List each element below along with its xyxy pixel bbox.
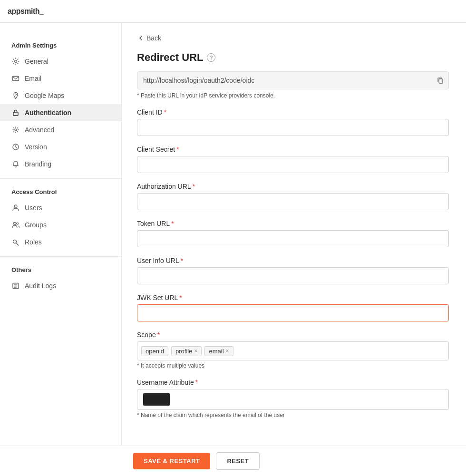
sidebar-item-advanced[interactable]: Advanced bbox=[0, 121, 121, 138]
copy-button[interactable] bbox=[437, 77, 444, 84]
username-attr-group: Username Attribute * * Name of the claim… bbox=[137, 379, 449, 418]
scope-container[interactable]: openid profile × email × bbox=[137, 341, 449, 360]
sidebar-item-roles[interactable]: Roles bbox=[0, 233, 121, 251]
sidebar-item-label: Branding bbox=[25, 160, 51, 168]
lock-icon bbox=[11, 108, 20, 117]
sidebar-item-label: Groups bbox=[25, 221, 47, 229]
client-secret-group: Client Secret * bbox=[137, 146, 449, 173]
main-content: Back Redirect URL ? * Paste this URL in … bbox=[122, 23, 466, 476]
scope-tag-label: profile bbox=[175, 348, 192, 355]
sidebar-item-branding[interactable]: Branding bbox=[0, 155, 121, 173]
authorization-url-input[interactable] bbox=[137, 193, 449, 210]
sidebar-divider-2 bbox=[0, 256, 121, 257]
page-title: Redirect URL ? bbox=[137, 51, 449, 64]
required-star: * bbox=[164, 108, 166, 116]
redirect-url-container bbox=[137, 71, 449, 89]
redirect-url-input[interactable] bbox=[137, 71, 449, 89]
token-url-input[interactable] bbox=[137, 230, 449, 247]
gear-icon bbox=[11, 57, 20, 66]
required-star: * bbox=[157, 331, 160, 339]
footer-bar: SAVE & RESTART RESET bbox=[0, 446, 466, 476]
help-icon[interactable]: ? bbox=[207, 53, 215, 62]
username-attr-hint: * Name of the claim which represents the… bbox=[137, 412, 449, 418]
person-icon bbox=[11, 204, 20, 212]
back-button[interactable]: Back bbox=[137, 34, 161, 42]
svg-point-6 bbox=[14, 205, 17, 208]
sidebar-item-label: Audit Logs bbox=[25, 282, 56, 290]
sidebar-item-general[interactable]: General bbox=[0, 53, 121, 70]
sidebar-item-authentication[interactable]: Authentication bbox=[0, 104, 121, 121]
required-star: * bbox=[193, 183, 195, 190]
sidebar-item-label: Advanced bbox=[25, 126, 54, 134]
jwk-set-url-group: JWK Set URL * bbox=[137, 294, 449, 321]
token-url-group: Token URL * bbox=[137, 220, 449, 247]
sidebar-item-label: Users bbox=[25, 204, 42, 212]
scope-tag-remove-profile[interactable]: × bbox=[194, 348, 197, 354]
svg-point-8 bbox=[17, 223, 19, 224]
scope-tag-email: email × bbox=[204, 346, 233, 356]
sidebar-item-label: Google Maps bbox=[25, 92, 64, 99]
scope-group: Scope * openid profile × email × bbox=[137, 331, 449, 369]
svg-point-2 bbox=[15, 94, 17, 95]
sidebar-item-google-maps[interactable]: Google Maps bbox=[0, 87, 121, 104]
sidebar-item-users[interactable]: Users bbox=[0, 199, 121, 216]
sidebar-divider-1 bbox=[0, 178, 121, 179]
authorization-url-group: Authorization URL * bbox=[137, 183, 449, 210]
topbar: appsmith_ bbox=[0, 0, 466, 23]
redirect-url-hint: * Paste this URL in your IdP service pro… bbox=[137, 92, 449, 99]
sidebar-item-groups[interactable]: Groups bbox=[0, 216, 121, 233]
user-info-url-label: User Info URL * bbox=[137, 257, 449, 264]
admin-settings-title: Admin Settings bbox=[0, 38, 121, 53]
authorization-url-label: Authorization URL * bbox=[137, 183, 449, 190]
app-logo: appsmith_ bbox=[8, 7, 44, 16]
jwk-set-url-input[interactable] bbox=[137, 304, 449, 321]
client-id-group: Client ID * bbox=[137, 108, 449, 136]
list-icon bbox=[11, 282, 20, 290]
scope-tag-openid: openid bbox=[141, 346, 168, 356]
required-star: * bbox=[179, 294, 182, 301]
token-url-label: Token URL * bbox=[137, 220, 449, 227]
sidebar-item-label: Roles bbox=[25, 238, 42, 246]
envelope-icon bbox=[11, 74, 20, 83]
required-star: * bbox=[181, 257, 183, 264]
key-icon bbox=[11, 238, 20, 246]
svg-rect-3 bbox=[13, 112, 18, 116]
svg-point-4 bbox=[15, 129, 17, 131]
sidebar: Admin Settings General Email Google Maps bbox=[0, 23, 122, 476]
people-icon bbox=[11, 221, 20, 229]
save-restart-button[interactable]: SAVE & RESTART bbox=[133, 453, 210, 469]
scope-hint: * It accepts multiple values bbox=[137, 362, 449, 369]
svg-point-0 bbox=[15, 60, 17, 63]
access-control-title: Access Control bbox=[0, 185, 121, 199]
svg-rect-11 bbox=[439, 79, 443, 83]
client-id-input[interactable] bbox=[137, 119, 449, 136]
sidebar-item-label: Version bbox=[25, 143, 47, 151]
reset-button[interactable]: RESET bbox=[216, 452, 260, 470]
required-star: * bbox=[176, 146, 179, 153]
svg-rect-1 bbox=[13, 77, 19, 81]
back-label: Back bbox=[146, 34, 161, 42]
client-id-label: Client ID * bbox=[137, 108, 449, 116]
map-pin-icon bbox=[11, 91, 20, 100]
client-secret-input[interactable] bbox=[137, 156, 449, 173]
sidebar-item-version[interactable]: Version bbox=[0, 138, 121, 155]
username-attr-value bbox=[143, 393, 170, 406]
scope-tag-remove-email[interactable]: × bbox=[226, 348, 229, 354]
username-attr-label: Username Attribute * bbox=[137, 379, 449, 386]
clock-icon bbox=[11, 143, 20, 151]
scope-tag-label: email bbox=[209, 348, 223, 355]
user-info-url-input[interactable] bbox=[137, 267, 449, 284]
client-secret-label: Client Secret * bbox=[137, 146, 449, 153]
username-attr-container[interactable] bbox=[137, 389, 449, 410]
required-star: * bbox=[171, 220, 174, 227]
sidebar-item-email[interactable]: Email bbox=[0, 70, 121, 87]
sidebar-item-label: Authentication bbox=[25, 109, 71, 117]
copy-icon bbox=[437, 77, 444, 84]
bell-icon bbox=[11, 160, 20, 168]
user-info-url-group: User Info URL * bbox=[137, 257, 449, 284]
logo-text: appsmith_ bbox=[8, 7, 44, 15]
sidebar-item-audit-logs[interactable]: Audit Logs bbox=[0, 277, 121, 294]
sidebar-item-label: General bbox=[25, 58, 49, 65]
main-inner: Back Redirect URL ? * Paste this URL in … bbox=[122, 23, 464, 439]
sidebar-item-label: Email bbox=[25, 75, 41, 82]
